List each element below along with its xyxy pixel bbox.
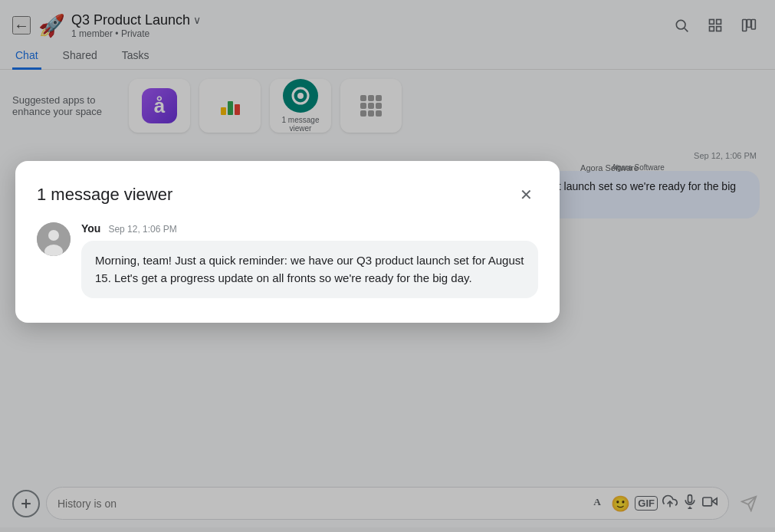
modal-author: You [81,222,100,235]
message-viewer-modal: 1 message viewer ✕ You Sep 12, 1:06 PM M… [15,161,560,323]
svg-point-26 [48,230,59,241]
avatar-image [37,222,71,256]
modal-avatar [37,222,71,256]
modal-meta: You Sep 12, 1:06 PM [81,222,538,235]
modal-close-button[interactable]: ✕ [514,182,538,207]
modal-title: 1 message viewer [37,185,172,205]
modal-header: 1 message viewer ✕ [37,182,538,207]
modal-timestamp: Sep 12, 1:06 PM [108,224,176,235]
modal-message-bubble: Morning, team! Just a quick reminder: we… [81,241,538,298]
modal-message-row: You Sep 12, 1:06 PM Morning, team! Just … [37,222,538,298]
modal-message-content: You Sep 12, 1:06 PM Morning, team! Just … [81,222,538,298]
